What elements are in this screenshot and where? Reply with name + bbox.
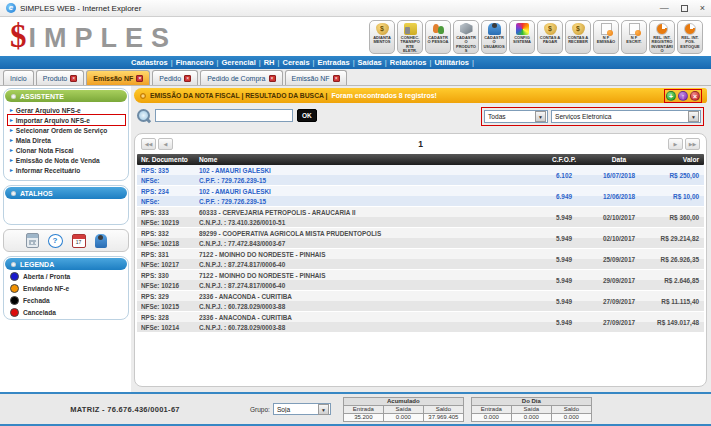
table-row[interactable]: RPS: 329 NFSe: 10215 2336 - ANACONDA - C… [137, 291, 704, 312]
close-panel-button[interactable]: × [690, 91, 700, 101]
row-nfse: NFSe: [141, 177, 195, 184]
table-row[interactable]: RPS: 234 NFSe: 102 - AMAURI GALESKI C.P.… [137, 186, 704, 207]
row-date: 02/10/2017 [592, 207, 646, 227]
toolbar-button-label: N F ESCRIT. [622, 36, 646, 45]
send-button[interactable]: ↑ [678, 91, 688, 101]
row-client-document: C.P.F. : 729.726.239-15 [199, 177, 536, 184]
menu-item[interactable]: Saídas [355, 58, 385, 67]
legend-item-label: Enviando NF-e [23, 285, 69, 292]
user-icon[interactable] [95, 234, 107, 248]
tab-label: Emissão NF [93, 75, 133, 82]
row-value: R$ 2.646,85 [646, 270, 704, 290]
row-client-name: 7122 - MOINHO DO NORDESTE - PINHAIS [199, 251, 536, 258]
table-row[interactable]: RPS: 333 NFSe: 10219 60333 - CERVEJARIA … [137, 207, 704, 228]
tab[interactable]: Pedido de Compra × [200, 70, 282, 85]
menu-item[interactable]: Entradas [315, 58, 353, 67]
assistente-link-label: Emissão de Nota de Venda [16, 157, 100, 164]
menubar: Cadastros | Financeiro | Gerencial | RH … [0, 56, 711, 69]
minimize-button[interactable]: — [660, 3, 669, 13]
row-value: R$ 149.017,48 [646, 312, 704, 332]
toolbar-button-label: CADASTRO USUÁRIOS [482, 36, 506, 50]
chevron-down-icon: ▼ [318, 404, 329, 415]
acumulado-table: Acumulado Entrada Saída Saldo 35.200 0.0… [343, 397, 464, 422]
toolbar-button[interactable]: CONTAS A PAGAR [537, 20, 563, 54]
tab[interactable]: Início [3, 70, 34, 85]
acumulado-title: Acumulado [343, 397, 463, 405]
prev-page-button[interactable]: ◀ [158, 138, 173, 150]
table-row[interactable]: RPS: 332 NFSe: 10218 89299 - COOPERATIVA… [137, 228, 704, 249]
assistente-link-label: Mala Direta [16, 137, 51, 144]
moneybag-clock-icon [376, 23, 389, 35]
toolbar-button[interactable]: REL. INT. REGISTRO INVENTÁRIO [649, 20, 675, 54]
first-page-button[interactable]: ◀◀ [141, 138, 156, 150]
tab[interactable]: Emissão NF × [285, 70, 347, 85]
assistente-link[interactable]: ▸ Informar Receituário [8, 165, 125, 175]
shortcuts-strip: ? [3, 229, 129, 252]
toolbar-button[interactable]: CADASTRO PRODUTOS [453, 20, 479, 54]
toolbar-button[interactable]: CADASTRO PESSOA [425, 20, 451, 54]
assistente-link[interactable]: ▸ Selecionar Ordem de Serviço [8, 125, 125, 135]
maximize-button[interactable] [681, 5, 688, 12]
window-titlebar: e SIMPLES WEB - Internet Explorer — × [0, 0, 711, 17]
menu-item[interactable]: Gerencial [219, 58, 259, 67]
calculator-icon[interactable] [26, 233, 39, 248]
assistente-link[interactable]: ▸ Mala Direta [8, 135, 125, 145]
next-page-button[interactable]: ▶ [668, 138, 683, 150]
menu-item[interactable]: Relatórios [387, 58, 430, 67]
add-button[interactable]: + [666, 91, 676, 101]
close-window-button[interactable]: × [700, 3, 705, 13]
tab-label: Pedido de Compra [207, 75, 265, 82]
tab-close-icon[interactable]: × [70, 75, 77, 82]
row-rps: RPS: 330 [141, 272, 195, 279]
menu-item[interactable]: Utilitários [431, 58, 472, 67]
tab-close-icon[interactable]: × [333, 75, 340, 82]
toolbar-button[interactable]: N F EMISSÃO [593, 20, 619, 54]
menu-item[interactable]: Cadastros [128, 58, 171, 67]
assistente-link[interactable]: ▸ Clonar Nota Fiscal [8, 145, 125, 155]
assistente-link[interactable]: ▸ Emissão de Nota de Venda [8, 155, 125, 165]
last-page-button[interactable]: ▶▶ [685, 138, 700, 150]
table-row[interactable]: RPS: 335 NFSe: 102 - AMAURI GALESKI C.P.… [137, 165, 704, 186]
search-ok-button[interactable]: OK [297, 109, 317, 122]
table-row[interactable]: RPS: 330 NFSe: 10216 7122 - MOINHO DO NO… [137, 270, 704, 291]
toolbar-button[interactable]: REL. INT. POS. ESTOQUE [677, 20, 703, 54]
search-row: OK Todas ▼ Serviços Eletronica ▼ [134, 103, 707, 128]
toolbar-button[interactable]: CONTAS A RECEBER [565, 20, 591, 54]
row-rps: RPS: 335 [141, 167, 195, 174]
atalhos-body [5, 199, 127, 223]
table-row[interactable]: RPS: 328 NFSe: 10214 2336 - ANACONDA - C… [137, 312, 704, 333]
legend-item: Cancelada [5, 306, 127, 318]
tab-close-icon[interactable]: × [136, 75, 143, 82]
assistente-link[interactable]: ▸ Gerar Arquivo NFS-e [8, 105, 125, 115]
toolbar-button-label: CADASTRO PRODUTOS [454, 36, 478, 54]
toolbar-button[interactable]: CONHEC. TRANSPORTE ELETR. [397, 20, 423, 54]
toolbar-button[interactable]: CADASTRO USUÁRIOS [481, 20, 507, 54]
acumulado-saldo-header: Saldo [423, 405, 463, 413]
assistente-link[interactable]: ▸ Importar Arquivo NFS-e [8, 115, 125, 125]
legend-item-label: Fechada [23, 297, 50, 304]
filter-type-select[interactable]: Todas ▼ [484, 110, 548, 123]
menu-item[interactable]: Cereais [279, 58, 312, 67]
row-client-name: 89299 - COOPERATIVA AGRICOLA MISTA PRUDE… [199, 230, 536, 237]
filter-category-select[interactable]: Serviços Eletronica ▼ [551, 110, 701, 123]
help-balloon-icon[interactable]: ? [48, 234, 63, 248]
menu-item[interactable]: Financeiro [173, 58, 217, 67]
search-input[interactable] [155, 109, 293, 122]
row-nfse: NFSe: [141, 198, 195, 205]
row-rps: RPS: 333 [141, 209, 195, 216]
tab[interactable]: Pedido × [152, 70, 198, 85]
toolbar-button[interactable]: N F ESCRIT. [621, 20, 647, 54]
tab-close-icon[interactable]: × [269, 75, 276, 82]
table-row[interactable]: RPS: 331 NFSe: 10217 7122 - MOINHO DO NO… [137, 249, 704, 270]
calendar-icon[interactable] [72, 234, 86, 248]
column-cfop: C.F.O.P. [536, 156, 592, 163]
toolbar-button[interactable]: CONFIG SISTEMA [509, 20, 535, 54]
tab[interactable]: Emissão NF × [86, 70, 150, 85]
tab[interactable]: Produto × [36, 70, 85, 85]
menu-item[interactable]: RH [261, 58, 278, 67]
tab-close-icon[interactable]: × [184, 75, 191, 82]
row-rps: RPS: 234 [141, 188, 195, 195]
arrow-bullet-icon: ▸ [10, 147, 13, 153]
grupo-select[interactable]: Soja ▼ [273, 403, 331, 415]
toolbar-button[interactable]: ADIANTA MENTOS [369, 20, 395, 54]
